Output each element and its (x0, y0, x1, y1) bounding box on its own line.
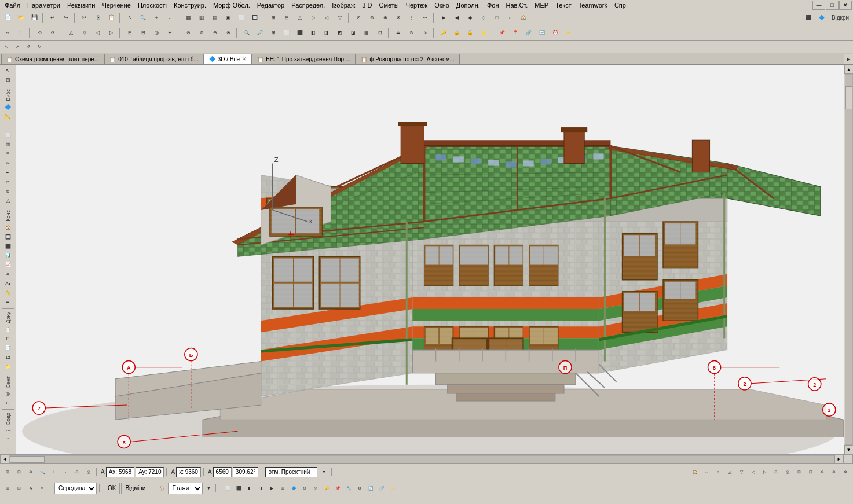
maximize-button[interactable]: □ (826, 1, 839, 10)
sb2-r11[interactable]: 📌 (332, 483, 343, 494)
sb2-r6[interactable]: ⊞ (277, 483, 288, 494)
tb-b5[interactable]: ⬜ (235, 12, 248, 24)
sb-b13[interactable]: △ (1, 196, 15, 205)
tb2-b39[interactable]: ⏰ (549, 27, 562, 39)
tb2-b7[interactable]: ◁ (91, 27, 104, 39)
sb-b17[interactable]: 📊 (1, 251, 15, 260)
sb-b21[interactable]: 📏 (1, 289, 15, 297)
sb-b4[interactable]: 📐 (1, 112, 15, 121)
sb1-r1[interactable]: 🏠 (690, 467, 700, 477)
sb1-r4[interactable]: △ (724, 467, 735, 477)
tb-select[interactable]: ↖ (123, 12, 136, 24)
sb-b12[interactable]: ⊗ (1, 187, 15, 196)
sb-b6[interactable]: ⬜ (1, 131, 15, 139)
tb2-b17[interactable]: 🔍 (240, 27, 253, 39)
menu-help[interactable]: Спр. (611, 1, 631, 9)
coord-ay-box[interactable]: Ay: 7210 (136, 467, 164, 477)
tb-b8[interactable]: ⊟ (280, 12, 293, 24)
tb-b4[interactable]: ▣ (222, 12, 235, 24)
sb2-r9[interactable]: ◎ (310, 483, 321, 494)
tb2-b2[interactable]: ↕ (14, 27, 27, 39)
menu-navst[interactable]: Нав.Ст. (502, 1, 531, 9)
tb2-b14[interactable]: ⊛ (195, 27, 208, 39)
floors-icon[interactable]: 🏠 (156, 483, 167, 494)
sb-b2[interactable]: ⊞ (1, 75, 15, 84)
tb-b10[interactable]: ▷ (307, 12, 320, 24)
sb-b7[interactable]: ▥ (1, 140, 15, 149)
tb2-b34[interactable]: ⭐ (477, 27, 490, 39)
sb1-r11[interactable]: ⊟ (806, 467, 816, 477)
tb2-b16[interactable]: ⊗ (222, 27, 235, 39)
sb-b28[interactable]: ◎ (1, 389, 15, 398)
minimize-button[interactable]: — (812, 1, 825, 10)
coord-cx-box[interactable]: 6560 (213, 467, 232, 477)
tb2-b29[interactable]: ⇱ (405, 27, 418, 39)
sb2-b4[interactable]: ✏ (37, 483, 47, 494)
sb-b16[interactable]: ⬛ (1, 242, 15, 251)
tb2-b20[interactable]: ⬜ (280, 27, 293, 39)
sb2-r15[interactable]: 🔗 (376, 483, 387, 494)
tab-plan[interactable]: 📋 Схема розміщення плит пере... (1, 54, 104, 64)
tb-b3[interactable]: ▤ (208, 12, 221, 24)
tab-section[interactable]: 📋 ψ Розгортка по осі 2. Аксоном... (356, 54, 460, 64)
sb-b30[interactable]: 〰 (1, 426, 15, 435)
menu-planes[interactable]: Плоскості (134, 1, 170, 9)
sb-b27[interactable]: 📁 (1, 362, 15, 371)
tb-b7[interactable]: ⊞ (267, 12, 280, 24)
tb2-b40[interactable]: ⚡ (562, 27, 575, 39)
tb2-b22[interactable]: ◧ (307, 27, 320, 39)
floors-dropdown-arrow[interactable]: ▼ (204, 483, 213, 494)
tb-b9[interactable]: △ (294, 12, 306, 24)
tb-b11[interactable]: ◁ (320, 12, 333, 24)
sb-b5[interactable]: | (1, 122, 15, 130)
sb2-b2[interactable]: ⊟ (14, 483, 24, 494)
sb-b26[interactable]: 🗂 (1, 353, 15, 362)
tb2-b9[interactable]: ⊞ (123, 27, 136, 39)
tb-b14[interactable]: ⊛ (365, 12, 378, 24)
sb-b22[interactable]: ━ (1, 298, 15, 307)
menu-drawing2[interactable]: Чертеж (402, 1, 431, 9)
sb-b3[interactable]: 🔷 (1, 103, 15, 112)
coord-bx-box[interactable]: x: 9360 (176, 467, 201, 477)
tab-3d-close[interactable]: ✕ (242, 56, 247, 62)
tb3-b4[interactable]: ↻ (34, 42, 45, 52)
tb3-b3[interactable]: ↺ (23, 42, 34, 52)
tb2-b30[interactable]: ⇲ (419, 27, 431, 39)
viewport[interactable]: Z X А Б 7 5 3 4 5 (16, 65, 844, 454)
sb1-r7[interactable]: ▷ (759, 467, 770, 477)
sb1-b1[interactable]: ⊞ (2, 467, 13, 477)
tb-b25[interactable]: 🏠 (517, 12, 530, 24)
tb2-b36[interactable]: 📍 (509, 27, 522, 39)
sb2-r8[interactable]: ⊙ (299, 483, 310, 494)
sb1-r10[interactable]: ⊞ (794, 467, 804, 477)
tb2-b27[interactable]: ⊡ (374, 27, 386, 39)
sb1-r6[interactable]: ◁ (748, 467, 758, 477)
menu-smety[interactable]: Сметы (375, 1, 402, 9)
tb2-b23[interactable]: ◨ (320, 27, 333, 39)
scroll-right-button[interactable]: ► (834, 455, 844, 464)
sb-b32[interactable]: ≀ (1, 446, 15, 454)
tb-open-btn[interactable]: Відкри (829, 12, 852, 24)
menu-window[interactable]: Окно (431, 1, 453, 9)
tb-b6[interactable]: 🔲 (248, 12, 261, 24)
sb2-r10[interactable]: 🔑 (321, 483, 332, 494)
tb-b12[interactable]: ▽ (334, 12, 346, 24)
scroll-up-button[interactable]: ▲ (844, 65, 854, 74)
tb-b16[interactable]: ⊗ (392, 12, 405, 24)
menu-file[interactable]: Файл (1, 1, 24, 9)
sb1-r13[interactable]: ⊕ (829, 467, 839, 477)
sb-b31[interactable]: ⌒ (1, 436, 15, 445)
tb2-b28[interactable]: ⏏ (392, 27, 405, 39)
tb2-b5[interactable]: △ (65, 27, 78, 39)
tb-b17[interactable]: ⋮ (405, 12, 418, 24)
sb1-r14[interactable]: ⊗ (840, 467, 851, 477)
sb1-b4[interactable]: 🔍 (37, 467, 47, 477)
tb2-b4[interactable]: ⟳ (46, 27, 59, 39)
tb-zoom-out[interactable]: - (163, 12, 176, 24)
sb1-mode-btn[interactable]: ▼ (318, 467, 329, 477)
menu-morph[interactable]: Морф Обол. (210, 1, 254, 9)
tb2-b31[interactable]: 🔑 (437, 27, 450, 39)
sb1-b5[interactable]: + (49, 467, 59, 477)
tb-b15[interactable]: ⊕ (379, 12, 391, 24)
tb-open[interactable]: 📂 (14, 12, 27, 24)
